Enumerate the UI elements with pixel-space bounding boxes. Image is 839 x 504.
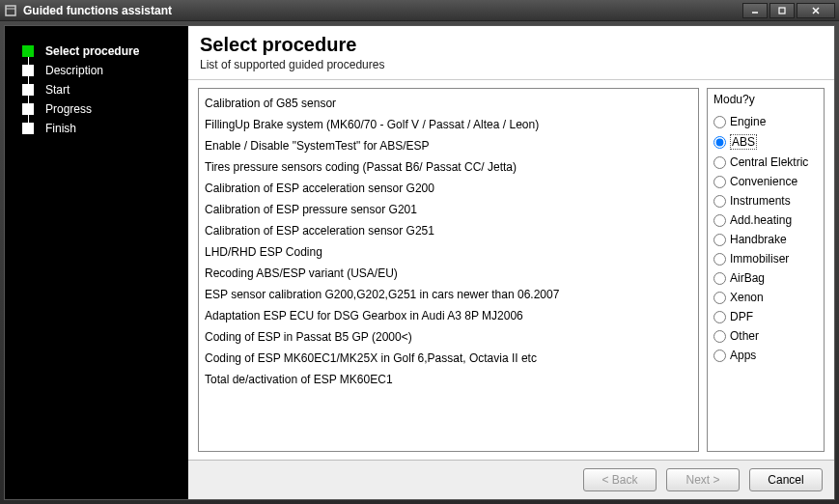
step-label: Finish [45, 122, 76, 135]
procedure-item[interactable]: Calibration of ESP pressure sensor G201 [205, 199, 692, 220]
module-radio-label: DPF [730, 310, 753, 323]
step-label: Description [45, 64, 103, 77]
module-radio-label: Other [730, 329, 759, 343]
content-frame: Select procedureDescriptionStartProgress… [4, 25, 835, 500]
wizard-step[interactable]: Finish [22, 119, 181, 138]
module-radio-input[interactable] [713, 311, 726, 323]
module-radio[interactable]: DPF [713, 307, 818, 326]
module-radio-label: Engine [730, 115, 766, 128]
step-box-icon [22, 123, 34, 134]
module-radio[interactable]: Add.heating [713, 210, 818, 230]
module-radio-input[interactable] [713, 195, 726, 208]
module-radio[interactable]: Handbrake [713, 230, 818, 249]
module-radio-input[interactable] [713, 136, 726, 149]
module-radio-label: Instruments [730, 194, 791, 208]
wizard-footer: < Back Next > Cancel [188, 460, 834, 499]
wizard-step[interactable]: Select procedure [22, 42, 181, 61]
cancel-button[interactable]: Cancel [749, 468, 823, 491]
module-radio-list: EngineABSCentral ElektricConvenienceInst… [713, 112, 818, 365]
wizard-step[interactable]: Start [22, 80, 181, 99]
step-box-icon [22, 84, 34, 96]
main-panel: Select procedure List of supported guide… [188, 26, 834, 499]
module-radio-label: Central Elektric [730, 155, 808, 169]
module-radio[interactable]: Central Elektric [713, 153, 818, 172]
step-label: Select procedure [45, 44, 139, 58]
step-label: Start [45, 83, 70, 97]
page-title: Select procedure [200, 34, 823, 56]
next-button[interactable]: Next > [666, 468, 740, 491]
module-radio[interactable]: Immobiliser [713, 249, 818, 268]
minimize-button[interactable] [742, 3, 768, 18]
window-title: Guided functions assistant [23, 4, 172, 17]
procedure-item[interactable]: Tires pressure sensors coding (Passat B6… [205, 156, 692, 178]
procedure-item[interactable]: Coding of ESP MK60EC1/MK25X in Golf 6,Pa… [205, 348, 692, 369]
step-label: Progress [45, 102, 92, 116]
wizard-steps: Select procedureDescriptionStartProgress… [22, 42, 181, 138]
titlebar[interactable]: Guided functions assistant [0, 0, 839, 21]
module-radio[interactable]: ABS [713, 131, 818, 153]
procedure-item[interactable]: Recoding ABS/ESP variant (USA/EU) [205, 263, 692, 284]
procedure-item[interactable]: Adaptation ESP ECU for DSG Gearbox in Au… [205, 305, 692, 326]
svg-rect-3 [779, 8, 785, 14]
procedure-item[interactable]: Calibration of G85 sensor [205, 93, 692, 114]
module-radio-label: Handbrake [730, 233, 787, 246]
module-radio-input[interactable] [713, 253, 726, 266]
module-radio[interactable]: Instruments [713, 191, 818, 210]
app-window: Guided functions assistant Select proced… [0, 0, 839, 504]
step-box-icon [22, 45, 34, 57]
procedure-item[interactable]: Coding of ESP in Passat B5 GP (2000<) [205, 326, 692, 348]
module-radio-label: Convenience [730, 175, 797, 188]
module-group: Modu?y EngineABSCentral ElektricConvenie… [707, 88, 825, 452]
procedure-item[interactable]: LHD/RHD ESP Coding [205, 241, 692, 263]
main-header: Select procedure List of supported guide… [188, 26, 834, 80]
module-radio-input[interactable] [713, 292, 726, 304]
module-radio[interactable]: Convenience [713, 172, 818, 191]
module-radio[interactable]: AirBag [713, 268, 818, 288]
wizard-sidebar: Select procedureDescriptionStartProgress… [5, 26, 188, 499]
module-radio-label: AirBag [730, 271, 765, 285]
module-radio[interactable]: Xenon [713, 288, 818, 307]
module-radio[interactable]: Apps [713, 346, 818, 365]
procedure-item[interactable]: ESP sensor calibration G200,G202,G251 in… [205, 284, 692, 305]
maximize-button[interactable] [769, 3, 795, 18]
module-radio-input[interactable] [713, 234, 726, 246]
procedure-item[interactable]: Enable / Disable "SystemTest" for ABS/ES… [205, 135, 692, 156]
procedure-item[interactable]: FillingUp Brake system (MK60/70 - Golf V… [205, 114, 692, 135]
close-button[interactable] [797, 3, 835, 18]
content-body: Select procedureDescriptionStartProgress… [5, 26, 834, 499]
module-radio-label: Immobiliser [730, 252, 789, 266]
back-button[interactable]: < Back [583, 468, 657, 491]
procedure-list[interactable]: Calibration of G85 sensorFillingUp Brake… [198, 88, 699, 452]
wizard-step[interactable]: Description [22, 61, 181, 80]
module-radio-input[interactable] [713, 350, 726, 362]
module-radio-label: ABS [730, 134, 757, 150]
window-controls [742, 3, 835, 18]
procedure-item[interactable]: Calibration of ESP acceleration sensor G… [205, 220, 692, 241]
module-radio-label: Xenon [730, 291, 764, 304]
step-box-icon [22, 65, 34, 76]
module-radio-input[interactable] [713, 330, 726, 343]
procedure-item[interactable]: Calibration of ESP acceleration sensor G… [205, 178, 692, 199]
svg-rect-0 [6, 6, 15, 15]
step-box-icon [22, 103, 34, 115]
module-radio-input[interactable] [713, 272, 726, 285]
page-subtitle: List of supported guided procedures [200, 58, 823, 71]
module-radio-input[interactable] [713, 176, 726, 188]
module-radio-input[interactable] [713, 156, 726, 169]
module-radio-label: Apps [730, 349, 756, 362]
main-body: Calibration of G85 sensorFillingUp Brake… [188, 80, 834, 460]
procedure-item[interactable]: Total de/activation of ESP MK60EC1 [205, 369, 692, 390]
module-radio[interactable]: Engine [713, 112, 818, 131]
app-icon [4, 4, 17, 17]
module-radio[interactable]: Other [713, 326, 818, 346]
module-radio-input[interactable] [713, 116, 726, 128]
wizard-step[interactable]: Progress [22, 99, 181, 119]
module-group-label: Modu?y [713, 93, 818, 106]
module-radio-input[interactable] [713, 214, 726, 227]
module-radio-label: Add.heating [730, 213, 792, 227]
